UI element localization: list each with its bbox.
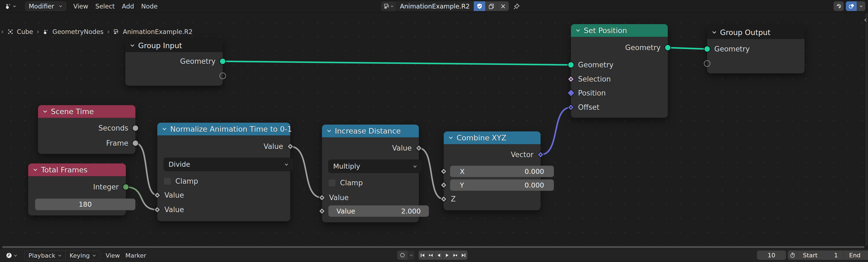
- collapse-chevron-icon[interactable]: [42, 109, 48, 114]
- collapse-chevron-icon[interactable]: [33, 167, 38, 173]
- node-header[interactable]: Normalize Animation Time to 0-1: [157, 123, 290, 136]
- collapse-chevron-icon[interactable]: [575, 28, 581, 33]
- node-tree-icon: [383, 3, 390, 9]
- value-number-field[interactable]: Value 2.000: [328, 205, 429, 217]
- snap-options-dropdown[interactable]: [857, 1, 865, 11]
- node-set-position[interactable]: Set Position Geometry Geometry Selection…: [571, 24, 668, 118]
- clamp-checkbox[interactable]: [163, 177, 171, 185]
- breadcrumb-modifier[interactable]: GeometryNodes: [53, 28, 104, 35]
- fake-user-toggle[interactable]: [473, 1, 485, 11]
- browse-node-tree-button[interactable]: [381, 1, 396, 11]
- chevron-down-icon: [12, 4, 17, 8]
- menu-playback[interactable]: Playback: [25, 251, 65, 260]
- pin-button[interactable]: [513, 3, 520, 10]
- input-label: Position: [578, 89, 606, 97]
- node-header[interactable]: Total Frames: [28, 164, 126, 176]
- collapse-chevron-icon[interactable]: [448, 135, 454, 141]
- record-circle-icon: [400, 253, 405, 258]
- node-title: Combine XYZ: [457, 134, 506, 142]
- socket-geometry-output[interactable]: [664, 45, 671, 51]
- end-frame-field[interactable]: End 180: [843, 251, 868, 260]
- collapse-chevron-icon[interactable]: [162, 126, 167, 132]
- chevron-down-icon: [391, 5, 394, 8]
- breadcrumb-node-group[interactable]: AnimationExample.R2: [123, 28, 193, 35]
- timeline-bar: Playback Keying View Marker: [0, 248, 868, 262]
- node-increase-distance[interactable]: Increase Distance Value Multiply Clamp V…: [322, 124, 419, 222]
- output-label: Geometry: [180, 57, 216, 65]
- output-label: Value: [392, 144, 412, 152]
- collapse-chevron-icon[interactable]: [712, 30, 717, 35]
- jump-to-end-button[interactable]: [459, 251, 467, 260]
- operation-dropdown[interactable]: Divide: [163, 158, 294, 171]
- node-header[interactable]: Group Output: [707, 26, 805, 39]
- menu-node[interactable]: Node: [141, 3, 158, 10]
- collapse-chevron-icon[interactable]: [327, 128, 332, 134]
- node-group-output[interactable]: Group Output Geometry: [707, 26, 805, 74]
- start-frame-field[interactable]: Start 1: [797, 251, 843, 260]
- timeline-editor-type-button[interactable]: [4, 251, 19, 260]
- menu-view[interactable]: View: [105, 252, 120, 259]
- socket-seconds-output[interactable]: [132, 125, 139, 132]
- integer-value-field[interactable]: 180: [35, 199, 135, 210]
- node-total-frames[interactable]: Total Frames Integer 180: [28, 164, 126, 215]
- socket-geometry-input[interactable]: [568, 62, 574, 68]
- node-group-input[interactable]: Group Input Geometry: [125, 39, 223, 86]
- horizontal-scrollbar[interactable]: [2, 246, 864, 248]
- node-combine-xyz[interactable]: Combine XYZ Vector X 0.000 Y 0.000 Z: [444, 132, 540, 210]
- output-label: Frame: [106, 139, 128, 147]
- sidebar-collapse-chevron[interactable]: ‹: [864, 15, 867, 24]
- previous-keyframe-button[interactable]: [427, 251, 435, 260]
- vertical-scrollbar[interactable]: [866, 13, 867, 246]
- play-reverse-button[interactable]: [435, 251, 443, 260]
- socket-geometry-input[interactable]: [704, 46, 710, 52]
- node-title: Group Input: [138, 41, 182, 50]
- auto-key-options-dropdown[interactable]: [408, 251, 415, 260]
- node-editor-canvas[interactable]: › Cube › GeometryNodes › AnimationExampl…: [0, 12, 868, 246]
- output-label: Integer: [93, 183, 119, 191]
- menu-select[interactable]: Select: [95, 3, 115, 10]
- socket-virtual[interactable]: [219, 72, 226, 79]
- node-normalize-animation-time[interactable]: Normalize Animation Time to 0-1 Value Di…: [157, 123, 290, 221]
- node-header[interactable]: Combine XYZ: [444, 132, 540, 144]
- unlink-button[interactable]: ×: [497, 1, 509, 11]
- node-header[interactable]: Set Position: [571, 24, 668, 37]
- chevron-down-icon: [409, 254, 413, 257]
- new-copy-button[interactable]: [485, 1, 497, 11]
- node-header[interactable]: Increase Distance: [322, 124, 419, 138]
- auto-key-group: [397, 251, 415, 260]
- snap-toggle-button[interactable]: [834, 1, 844, 11]
- snap-target-button[interactable]: [846, 1, 857, 11]
- socket-virtual[interactable]: [704, 60, 710, 67]
- socket-geometry-output[interactable]: [219, 58, 226, 65]
- collapse-chevron-icon[interactable]: [130, 43, 135, 48]
- input-label: Geometry: [578, 61, 614, 69]
- menu-add[interactable]: Add: [122, 3, 134, 10]
- next-keyframe-button[interactable]: [451, 251, 459, 260]
- shader-type-dropdown[interactable]: Modifier: [25, 2, 66, 11]
- editor-type-button[interactable]: [3, 2, 18, 10]
- menu-marker[interactable]: Marker: [125, 252, 146, 259]
- wire-increase-combinez: [419, 148, 444, 199]
- socket-integer-output[interactable]: [123, 184, 129, 190]
- breadcrumb-collapse-chevron[interactable]: ›: [1, 28, 4, 36]
- clamp-label: Clamp: [340, 179, 363, 187]
- socket-frame-output[interactable]: [132, 140, 139, 146]
- field-value: 0.000: [524, 181, 544, 189]
- preview-range-button[interactable]: [788, 251, 797, 260]
- node-editor-icon: [5, 3, 11, 9]
- current-frame-field[interactable]: 10: [757, 251, 786, 260]
- node-tree-name-field[interactable]: AnimationExample.R2: [396, 1, 473, 11]
- x-number-field[interactable]: X 0.000: [450, 166, 554, 177]
- auto-key-button[interactable]: [397, 251, 408, 260]
- play-button[interactable]: [443, 251, 451, 260]
- operation-dropdown[interactable]: Multiply: [328, 159, 422, 173]
- menu-view[interactable]: View: [73, 3, 88, 10]
- y-number-field[interactable]: Y 0.000: [450, 179, 554, 191]
- jump-to-start-button[interactable]: [418, 251, 427, 260]
- node-header[interactable]: Group Input: [125, 39, 223, 52]
- node-header[interactable]: Scene Time: [38, 105, 135, 118]
- clamp-checkbox[interactable]: [328, 179, 336, 187]
- node-scene-time[interactable]: Scene Time Seconds Frame: [38, 105, 135, 154]
- menu-keying[interactable]: Keying: [65, 251, 100, 260]
- breadcrumb-object[interactable]: Cube: [17, 28, 33, 35]
